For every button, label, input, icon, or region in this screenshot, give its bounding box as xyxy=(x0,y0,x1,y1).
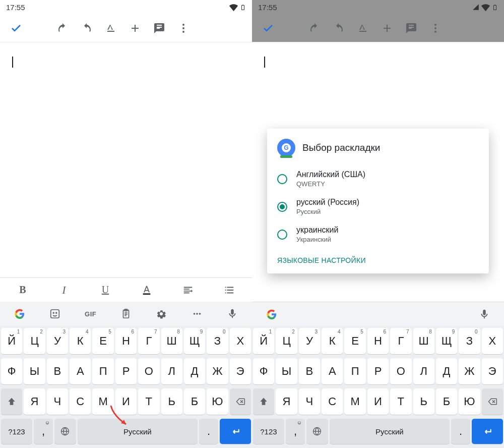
letter-key[interactable]: Х xyxy=(482,328,503,354)
letter-key[interactable]: Ш8 xyxy=(161,328,182,354)
letter-key[interactable]: Д xyxy=(436,358,457,384)
letter-key[interactable]: Е5 xyxy=(92,328,113,354)
text-color-button[interactable] xyxy=(126,278,167,302)
letter-key[interactable]: Я xyxy=(276,388,297,415)
letter-key[interactable]: М xyxy=(92,388,113,415)
undo-button[interactable] xyxy=(50,16,75,40)
letter-key[interactable]: Ж xyxy=(459,358,480,384)
letter-key[interactable]: Е5 xyxy=(344,328,365,354)
enter-key[interactable] xyxy=(220,419,251,444)
settings-button[interactable] xyxy=(144,302,179,326)
redo-button[interactable] xyxy=(327,16,351,40)
bold-button[interactable]: B xyxy=(2,278,43,302)
symbols-key[interactable]: ?123 xyxy=(1,419,32,444)
comment-button[interactable] xyxy=(147,16,171,40)
period-key[interactable]: . xyxy=(451,419,470,444)
letter-key[interactable]: К4 xyxy=(322,328,343,354)
letter-key[interactable]: Э xyxy=(482,358,503,384)
italic-button[interactable]: I xyxy=(43,278,85,302)
letter-key[interactable]: В xyxy=(299,358,320,384)
letter-key[interactable]: Ф xyxy=(1,358,22,384)
enter-key[interactable] xyxy=(472,419,503,444)
google-search-button[interactable] xyxy=(254,302,289,326)
shift-key[interactable] xyxy=(1,388,22,415)
confirm-button[interactable] xyxy=(4,16,28,40)
letter-key[interactable]: У3 xyxy=(299,328,320,354)
letter-key[interactable]: Щ9 xyxy=(184,328,205,354)
letter-key[interactable]: Ь xyxy=(413,388,434,415)
symbols-key[interactable]: ?123 xyxy=(253,419,284,444)
letter-key[interactable]: З0 xyxy=(207,328,228,354)
letter-key[interactable]: А xyxy=(322,358,343,384)
letter-key[interactable]: Л xyxy=(413,358,434,384)
letter-key[interactable]: Т xyxy=(390,388,411,415)
gif-button[interactable]: GIF xyxy=(73,302,108,326)
letter-key[interactable]: С xyxy=(322,388,343,415)
letter-key[interactable]: О xyxy=(138,358,159,384)
confirm-button[interactable] xyxy=(256,16,280,40)
letter-key[interactable]: Г7 xyxy=(138,328,159,354)
radio-button[interactable] xyxy=(277,230,287,240)
letter-key[interactable]: Щ9 xyxy=(436,328,457,354)
letter-key[interactable]: Б xyxy=(184,388,205,415)
add-button[interactable] xyxy=(123,16,147,40)
more-button[interactable] xyxy=(179,302,214,326)
text-format-button[interactable] xyxy=(351,16,375,40)
letter-key[interactable]: П xyxy=(92,358,113,384)
letter-key[interactable]: С xyxy=(70,388,91,415)
letter-key[interactable]: Д xyxy=(184,358,205,384)
layout-option[interactable]: русский (Россия)Русский xyxy=(267,193,489,220)
letter-key[interactable]: У3 xyxy=(47,328,68,354)
letter-key[interactable]: Ч xyxy=(47,388,68,415)
backspace-key[interactable] xyxy=(482,388,503,415)
spacebar-key[interactable]: Русский xyxy=(330,419,450,444)
letter-key[interactable]: Х xyxy=(230,328,251,354)
letter-key[interactable]: Ш8 xyxy=(413,328,434,354)
letter-key[interactable]: Ы xyxy=(24,358,45,384)
radio-button[interactable] xyxy=(277,202,287,212)
text-format-button[interactable] xyxy=(99,16,123,40)
letter-key[interactable]: А xyxy=(70,358,91,384)
letter-key[interactable]: Й1 xyxy=(253,328,274,354)
letter-key[interactable]: Ч xyxy=(299,388,320,415)
redo-button[interactable] xyxy=(75,16,99,40)
clipboard-button[interactable] xyxy=(108,302,144,326)
letter-key[interactable]: И xyxy=(115,388,137,415)
letter-key[interactable]: Н6 xyxy=(367,328,389,354)
spacebar-key[interactable]: Русский xyxy=(78,419,198,444)
letter-key[interactable]: Т xyxy=(138,388,159,415)
underline-button[interactable]: U xyxy=(85,278,126,302)
language-switch-key[interactable] xyxy=(306,419,328,444)
voice-input-button[interactable] xyxy=(467,302,502,326)
voice-input-button[interactable] xyxy=(215,302,250,326)
shift-key[interactable] xyxy=(253,388,274,415)
period-key[interactable]: . xyxy=(199,419,218,444)
letter-key[interactable]: З0 xyxy=(459,328,480,354)
letter-key[interactable]: Ы xyxy=(276,358,297,384)
overflow-menu-button[interactable] xyxy=(423,16,448,40)
letter-key[interactable]: О xyxy=(390,358,411,384)
overflow-menu-button[interactable] xyxy=(171,16,196,40)
layout-option[interactable]: украинскийУкраинский xyxy=(267,220,489,248)
comment-button[interactable] xyxy=(399,16,423,40)
letter-key[interactable]: В xyxy=(47,358,68,384)
letter-key[interactable]: К4 xyxy=(70,328,91,354)
backspace-key[interactable] xyxy=(230,388,251,415)
letter-key[interactable]: Г7 xyxy=(390,328,411,354)
align-button[interactable] xyxy=(167,278,209,302)
list-button[interactable] xyxy=(209,278,250,302)
letter-key[interactable]: П xyxy=(344,358,365,384)
comma-key[interactable]: ,☺ xyxy=(34,419,53,444)
comma-key[interactable]: ,☺ xyxy=(286,419,305,444)
letter-key[interactable]: Н6 xyxy=(115,328,137,354)
letter-key[interactable]: Р xyxy=(115,358,137,384)
letter-key[interactable]: Ц2 xyxy=(276,328,297,354)
letter-key[interactable]: Ж xyxy=(207,358,228,384)
layout-option[interactable]: Английский (США)QWERTY xyxy=(267,165,489,193)
undo-button[interactable] xyxy=(302,16,327,40)
letter-key[interactable]: Р xyxy=(367,358,389,384)
letter-key[interactable]: Ю xyxy=(459,388,480,415)
letter-key[interactable]: И xyxy=(367,388,389,415)
language-switch-key[interactable] xyxy=(54,419,76,444)
letter-key[interactable]: Э xyxy=(230,358,251,384)
